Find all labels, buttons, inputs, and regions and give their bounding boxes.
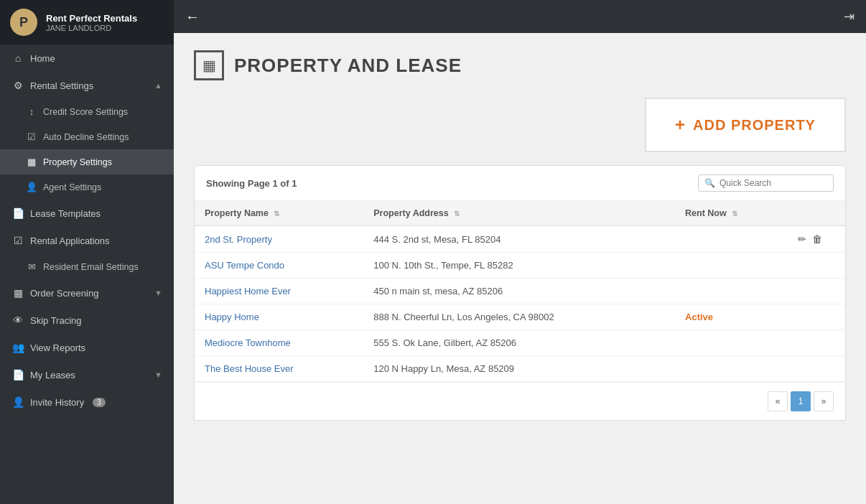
cell-rent-status: [675, 279, 788, 304]
pagination-next[interactable]: »: [814, 391, 834, 411]
company-name: Rent Perfect Rentals: [46, 13, 137, 24]
page-header: ▦ PROPERTY AND LEASE: [194, 50, 846, 80]
sidebar-item-label: Lease Templates: [30, 208, 101, 219]
pagination-prev[interactable]: «: [768, 391, 788, 411]
decline-icon: ☑: [26, 131, 37, 142]
table-header: Property Name ⇅ Property Address ⇅ Rent …: [195, 201, 845, 226]
cell-property-name[interactable]: The Best House Ever: [195, 356, 363, 382]
settings-icon: ⚙: [11, 80, 24, 91]
sidebar-item-label: Property Settings: [43, 157, 112, 167]
cell-property-name[interactable]: Mediocre Townhome: [195, 330, 363, 356]
sidebar-item-view-reports[interactable]: 👥 View Reports: [0, 334, 174, 361]
col-actions: [788, 201, 845, 226]
add-property-container: + ADD PROPERTY: [194, 98, 846, 152]
sidebar-item-label: Home: [30, 53, 55, 64]
table-row: Happy Home888 N. Cheerful Ln, Los Angele…: [195, 304, 845, 330]
user-name: JANE LANDLORD: [46, 24, 137, 32]
property-table-section: Showing Page 1 of 1 🔍 Property Name ⇅: [194, 165, 846, 421]
col-rent-now[interactable]: Rent Now ⇅: [675, 201, 788, 226]
cell-rent-status: [675, 330, 788, 356]
back-button[interactable]: ←: [185, 9, 200, 25]
sidebar-item-invite-history[interactable]: 👤 Invite History 3: [0, 388, 174, 416]
page-title: PROPERTY AND LEASE: [234, 55, 462, 77]
property-icon: ▦: [26, 157, 37, 167]
add-property-button[interactable]: + ADD PROPERTY: [645, 98, 846, 152]
sidebar-item-my-leases[interactable]: 📄 My Leases ▼: [0, 361, 174, 388]
sidebar-item-auto-decline[interactable]: ☑ Auto Decline Settings: [0, 124, 174, 149]
cell-property-address: 444 S. 2nd st, Mesa, FL 85204: [363, 226, 675, 253]
search-icon: 🔍: [704, 178, 715, 188]
table-body: 2nd St. Property444 S. 2nd st, Mesa, FL …: [195, 226, 845, 382]
chevron-up-icon: ▲: [154, 81, 162, 90]
search-input[interactable]: [720, 178, 827, 188]
sidebar-item-home[interactable]: ⌂ Home: [0, 45, 174, 72]
table-row: The Best House Ever120 N Happy Ln, Mesa,…: [195, 356, 845, 382]
cell-actions: [788, 330, 845, 356]
skip-icon: 👁: [11, 314, 24, 326]
cell-rent-status: [675, 356, 788, 382]
sidebar-item-label: Auto Decline Settings: [43, 132, 129, 142]
table-toolbar: Showing Page 1 of 1 🔍: [195, 166, 845, 201]
sidebar-item-label: Invite History: [30, 397, 84, 408]
add-property-label: ADD PROPERTY: [693, 117, 816, 134]
logout-button[interactable]: ⇥: [844, 9, 855, 24]
sidebar-item-label: My Leases: [30, 370, 75, 381]
cell-property-address: 450 n main st, mesa, AZ 85206: [363, 279, 675, 304]
edit-button[interactable]: ✏: [798, 233, 806, 245]
sidebar-item-skip-tracing[interactable]: 👁 Skip Tracing: [0, 307, 174, 334]
cell-actions: [788, 356, 845, 382]
sidebar-item-agent-settings[interactable]: 👤 Agent Settings: [0, 174, 174, 200]
sort-icon-name: ⇅: [274, 210, 279, 218]
cell-property-address: 888 N. Cheerful Ln, Los Angeles, CA 9800…: [363, 304, 675, 330]
chevron-down-icon-leases: ▼: [154, 370, 162, 379]
screening-icon: ▦: [11, 287, 24, 299]
col-property-name[interactable]: Property Name ⇅: [195, 201, 363, 226]
sidebar-item-rental-settings[interactable]: ⚙ Rental Settings ▲: [0, 72, 174, 99]
credit-icon: ↕: [26, 106, 37, 117]
sidebar: P Rent Perfect Rentals JANE LANDLORD ⌂ H…: [0, 0, 174, 504]
invite-badge: 3: [93, 398, 106, 407]
sort-icon-rent: ⇅: [732, 210, 737, 218]
cell-actions: [788, 279, 845, 304]
sidebar-item-order-screening[interactable]: ▦ Order Screening ▼: [0, 279, 174, 307]
cell-rent-status: Active: [675, 304, 788, 330]
sidebar-item-label: Credit Score Settings: [43, 107, 128, 117]
lease-icon: 📄: [11, 207, 24, 219]
table-row: ASU Tempe Condo100 N. 10th St., Tempe, F…: [195, 253, 845, 279]
cell-property-address: 100 N. 10th St., Tempe, FL 85282: [363, 253, 675, 279]
delete-button[interactable]: 🗑: [812, 233, 822, 245]
cell-property-name[interactable]: ASU Tempe Condo: [195, 253, 363, 279]
sidebar-item-property-settings[interactable]: ▦ Property Settings: [0, 149, 174, 174]
sidebar-item-label: Skip Tracing: [30, 315, 82, 326]
sidebar-item-resident-email[interactable]: ✉ Resident Email Settings: [0, 254, 174, 279]
cell-property-address: 120 N Happy Ln, Mesa, AZ 85209: [363, 356, 675, 382]
invite-icon: 👤: [11, 396, 24, 408]
reports-icon: 👥: [11, 342, 24, 353]
sidebar-item-lease-templates[interactable]: 📄 Lease Templates: [0, 200, 174, 227]
cell-property-name[interactable]: Happiest Home Ever: [195, 279, 363, 304]
table-row: 2nd St. Property444 S. 2nd st, Mesa, FL …: [195, 226, 845, 253]
sidebar-item-rental-applications[interactable]: ☑ Rental Applications: [0, 227, 174, 254]
agent-icon: 👤: [26, 182, 37, 192]
sidebar-header: P Rent Perfect Rentals JANE LANDLORD: [0, 0, 174, 45]
cell-property-name[interactable]: 2nd St. Property: [195, 226, 363, 253]
leases-icon: 📄: [11, 369, 24, 381]
sidebar-item-credit-score[interactable]: ↕ Credit Score Settings: [0, 99, 174, 124]
chevron-down-icon: ▼: [154, 289, 162, 297]
col-property-address[interactable]: Property Address ⇅: [363, 201, 675, 226]
search-box: 🔍: [698, 174, 834, 192]
cell-property-name[interactable]: Happy Home: [195, 304, 363, 330]
cell-rent-status: [675, 253, 788, 279]
sort-icon-address: ⇅: [454, 210, 460, 218]
plus-icon: +: [675, 115, 686, 135]
cell-actions: [788, 304, 845, 330]
property-table: Property Name ⇅ Property Address ⇅ Rent …: [195, 201, 845, 382]
sidebar-nav: ⌂ Home ⚙ Rental Settings ▲ ↕ Credit Scor…: [0, 45, 174, 504]
main-area: ← ⇥ ▦ PROPERTY AND LEASE + ADD PROPERTY …: [174, 0, 866, 504]
cell-actions: [788, 253, 845, 279]
topbar: ← ⇥: [174, 0, 866, 33]
table-row: Happiest Home Ever450 n main st, mesa, A…: [195, 279, 845, 304]
pagination-page-1[interactable]: 1: [791, 391, 811, 411]
cell-property-address: 555 S. Ok Lane, Gilbert, AZ 85206: [363, 330, 675, 356]
email-icon: ✉: [26, 261, 37, 272]
